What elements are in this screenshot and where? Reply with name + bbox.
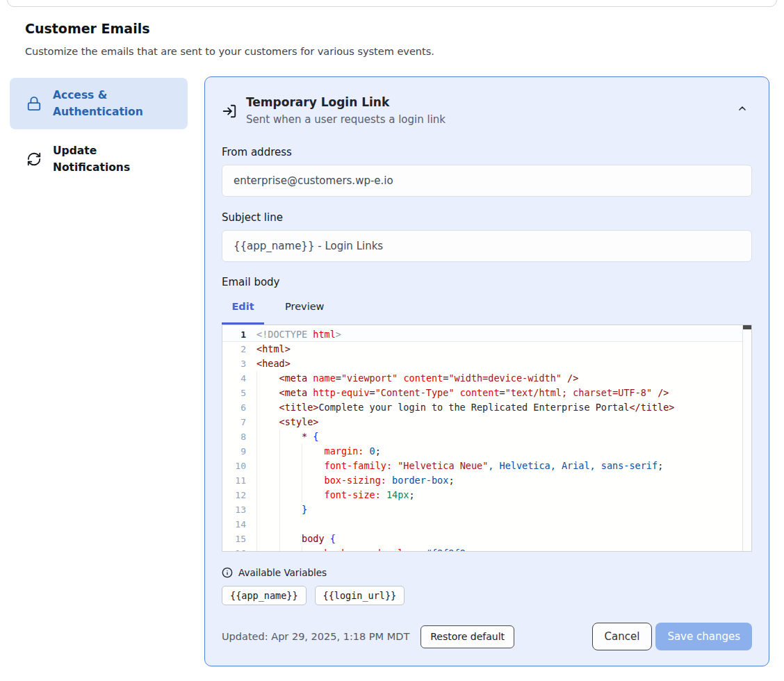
indent-guide [256,517,257,532]
line-number: 5 [222,386,246,400]
indent-guide [256,502,257,517]
code-editor-lines: 1<!DOCTYPE html>2<html>3<head>4 <meta na… [222,325,751,552]
indent-guide [256,444,257,459]
code-line[interactable]: 8 * { [222,429,751,444]
code-editor[interactable]: 1<!DOCTYPE html>2<html>3<head>4 <meta na… [222,325,752,552]
indent-guide [302,546,302,552]
indent-guide [302,444,302,459]
card-subtitle: Sent when a user requests a login link [246,111,733,129]
card-header: Temporary Login Link Sent when a user re… [222,94,752,129]
editor-scrollbar[interactable] [742,325,751,551]
scrollbar-thumb[interactable] [743,325,751,329]
line-number: 12 [222,488,246,502]
line-number: 3 [222,356,246,371]
sidebar-item-access-authentication[interactable]: Access & Authentication [10,78,188,129]
indent-guide [279,502,280,517]
refresh-icon [26,151,42,167]
tab-preview[interactable]: Preview [275,297,334,325]
indent-guide [256,400,257,415]
indent-guide [302,488,302,502]
subject-line-input[interactable] [222,230,752,262]
code-line[interactable]: 6 <title>Complete your login to the Repl… [222,400,751,415]
line-number: 13 [222,502,246,517]
cancel-button[interactable]: Cancel [592,623,653,650]
code-line[interactable]: 14 [222,517,751,532]
indent-guide [256,532,257,546]
from-address-input[interactable] [222,165,752,197]
line-number: 8 [222,429,246,444]
available-variables-label: Available Variables [238,567,327,578]
from-address-label: From address [222,146,752,158]
code-line[interactable]: 9 margin: 0; [222,444,751,459]
line-number: 4 [222,371,246,386]
line-number: 14 [222,517,246,532]
temporary-login-link-card: Temporary Login Link Sent when a user re… [204,76,769,666]
code-line[interactable]: 13 } [222,502,751,517]
indent-guide [279,473,280,488]
indent-guide [279,459,280,473]
indent-guide [256,473,257,488]
indent-guide [279,532,280,546]
card-title: Temporary Login Link [246,94,733,111]
line-number: 16 [222,546,246,552]
updated-timestamp: Updated: Apr 29, 2025, 1:18 PM MDT [222,631,409,642]
page-subtitle: Customize the emails that are sent to yo… [25,46,434,57]
code-line[interactable]: 4 <meta name="viewport" content="width=d… [222,371,751,386]
indent-guide [256,488,257,502]
restore-default-button[interactable]: Restore default [420,625,514,648]
page-title: Customer Emails [25,21,150,36]
code-line[interactable]: 15 body { [222,532,751,546]
lock-icon [26,96,42,111]
line-number: 15 [222,532,246,546]
email-types-sidebar: Access & Authentication Update Notificat… [10,78,188,176]
tab-edit[interactable]: Edit [222,297,264,325]
indent-guide [302,459,302,473]
sidebar-item-label: Access & Authentication [53,87,168,120]
email-body-tabs: Edit Preview [222,297,752,325]
login-icon [222,104,237,119]
indent-guide [302,473,302,488]
indent-guide [279,546,280,552]
code-line[interactable]: 12 font-size: 14px; [222,488,751,502]
chevron-up-icon [737,103,748,114]
code-line[interactable]: 11 box-sizing: border-box; [222,473,751,488]
sidebar-item-update-notifications[interactable]: Update Notifications [10,142,188,176]
subject-line-label: Subject line [222,211,752,224]
variable-chip-login-url[interactable]: {{login_url}} [315,586,405,605]
indent-guide [256,429,257,444]
previous-card-bottom-edge [7,0,777,7]
line-number: 11 [222,473,246,488]
available-variables-row: Available Variables [222,567,752,578]
info-icon [222,567,233,578]
line-number: 7 [222,415,246,429]
line-number: 2 [222,342,246,356]
indent-guide [279,429,280,444]
indent-guide [256,386,257,400]
indent-guide [279,444,280,459]
variable-chips: {{app_name}} {{login_url}} [222,586,752,605]
sidebar-item-label: Update Notifications [53,142,168,176]
indent-guide [256,546,257,552]
line-number: 9 [222,444,246,459]
code-line[interactable]: 7 <style> [222,415,751,429]
email-body-label: Email body [222,276,752,288]
line-number: 10 [222,459,246,473]
code-line[interactable]: 1<!DOCTYPE html> [222,327,751,342]
code-line[interactable]: 2<html> [222,342,751,356]
indent-guide [256,371,257,386]
code-line[interactable]: 5 <meta http-equiv="Content-Type" conten… [222,386,751,400]
line-number: 1 [222,327,246,342]
indent-guide [279,517,280,532]
save-changes-button[interactable]: Save changes [655,623,752,650]
collapse-card-button[interactable] [733,99,752,118]
card-footer: Updated: Apr 29, 2025, 1:18 PM MDT Resto… [222,623,752,650]
code-line[interactable]: 10 font-family: "Helvetica Neue", Helvet… [222,459,751,473]
code-line[interactable]: 3<head> [222,356,751,371]
indent-guide [256,459,257,473]
indent-guide [256,415,257,429]
line-number: 6 [222,400,246,415]
indent-guide [279,488,280,502]
code-line[interactable]: 16 background-color: #f9f9f9; [222,546,751,552]
variable-chip-app-name[interactable]: {{app_name}} [222,586,307,605]
